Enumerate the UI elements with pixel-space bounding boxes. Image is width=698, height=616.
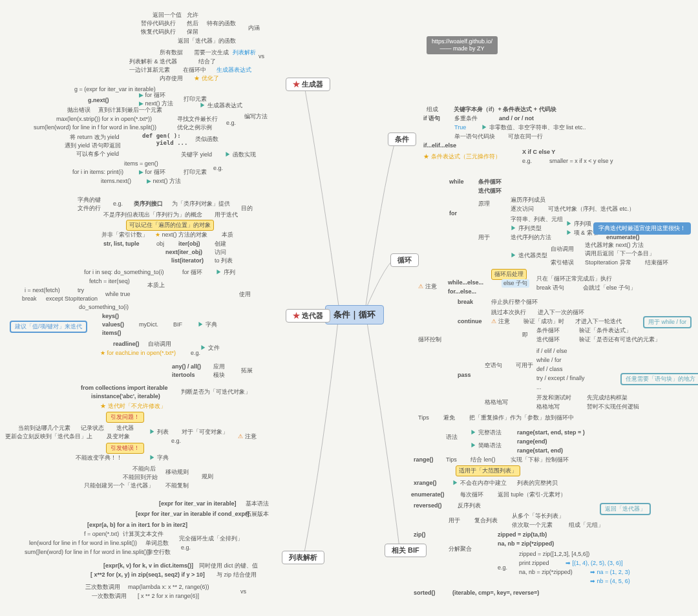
l-defclass: def / class bbox=[536, 366, 563, 373]
l-autocall: 自动调用 bbox=[551, 246, 574, 253]
it-problem: 引发问题！ bbox=[106, 412, 144, 423]
cat-bif[interactable]: 相关 BIF bbox=[385, 544, 427, 557]
c-sameline: 可放在同一行 bbox=[508, 133, 543, 140]
b-compseq: 复合列表 bbox=[474, 517, 498, 524]
it-use: 使用 bbox=[239, 291, 251, 298]
it-essence: 本质 bbox=[222, 231, 233, 239]
gen-eg: e.g. bbox=[226, 120, 236, 127]
credit-box: https://woaielf.github.io/—— made by ZY bbox=[427, 36, 498, 54]
lc-lenword: len(word for line in f for word in line.… bbox=[29, 540, 137, 547]
b-byidx: 依次取一个元素 bbox=[512, 522, 553, 529]
it-purpose: 目的 bbox=[241, 205, 253, 212]
gen-defgen: def gen( ): yield ... bbox=[142, 133, 187, 147]
b-rangefull: range(start, end, step = ) bbox=[517, 429, 585, 436]
gen-gnext: g.next() bbox=[88, 97, 109, 104]
gen-itemsnext: items.next() bbox=[101, 178, 131, 185]
b-zip: zip() bbox=[414, 531, 426, 538]
l-note: ⚠ 注意 bbox=[418, 283, 437, 290]
gen-findmax: 寻找文件最长行 bbox=[177, 116, 218, 123]
l-continue: continue bbox=[458, 318, 482, 325]
l-verifyiter: 验证「是否还有可迭代的元素」 bbox=[579, 336, 661, 343]
gen-genexprn: ▶ 生成器表达式 bbox=[200, 102, 242, 109]
it-itertools: itertools bbox=[172, 372, 195, 379]
it-bif: BIF bbox=[173, 321, 182, 328]
it-recommend: 建议「值/项/键对」来迭代 bbox=[10, 321, 87, 333]
it-types: str, list, tuple bbox=[103, 240, 140, 248]
l-arbcode: 任意需要「语句块」的地方 bbox=[620, 373, 698, 385]
it-note: ⚠ 注意 bbox=[238, 433, 257, 440]
l-deferr: 暂时不实现任何逻辑 bbox=[587, 403, 639, 410]
lc-zipuse: 与 zip 结合使用 bbox=[217, 571, 257, 579]
cat-listcomp[interactable]: 列表解析 bbox=[282, 551, 324, 564]
it-dict: ▶ 字典 bbox=[198, 321, 217, 328]
gen-printel: 打印元素 bbox=[184, 169, 207, 176]
gen-eg2: e.g. bbox=[213, 165, 223, 172]
l-byseq: ▶ 序列项 bbox=[566, 220, 591, 228]
l-reop: 把「重复操作」作为「参数」放到循环中 bbox=[469, 414, 574, 421]
it-recstate: 记录状态 bbox=[81, 425, 104, 432]
l-usedfor: 用于 bbox=[478, 234, 490, 241]
b-simple: ▶ 简略语法 bbox=[471, 442, 502, 449]
it-whiletrue: while true bbox=[105, 291, 131, 298]
l-iterable: 可迭代对象（序列、迭代器 etc.） bbox=[548, 206, 635, 213]
l-condloop2: 条件循环 bbox=[536, 327, 560, 334]
cat-condition[interactable]: 条件 bbox=[388, 133, 416, 146]
lc-sumword: sum([len(word) for line in f for word in… bbox=[25, 549, 151, 556]
gen-throw: 抛出错误 bbox=[67, 107, 90, 114]
b-zipab: zipped = zip(ta,tb) bbox=[498, 531, 547, 538]
lc-eg: e.g. bbox=[181, 544, 191, 551]
lc-cond: [expr for iter_var in iterable if cond_e… bbox=[136, 511, 249, 518]
it-obj: obj bbox=[156, 240, 164, 248]
cat-loop[interactable]: 循环 bbox=[390, 253, 419, 267]
lc-nonempty: 非空行数 bbox=[147, 549, 171, 556]
l-canuse: 可用于 bbox=[516, 362, 533, 369]
central-topic[interactable]: 条件｜循环 bbox=[325, 305, 384, 324]
c-ternary: ★ 条件表达式（三元操作符） bbox=[423, 153, 501, 160]
l-callret: 调用后返回「下一个条目」 bbox=[585, 250, 655, 257]
it-error: 引发错误！ bbox=[106, 443, 144, 454]
it-onlyone: 只能创建另一个「迭代器」 bbox=[84, 482, 154, 489]
b-nomem: ▶ 不会在内存中建立 bbox=[452, 480, 507, 487]
b-biglist: 适用于「大范围列表」 bbox=[456, 465, 520, 476]
gen-resume: 恢复代码执行 bbox=[141, 28, 176, 36]
l-condloop: 条件循环 bbox=[478, 178, 502, 186]
it-seq: ▶ 序列 bbox=[216, 269, 235, 276]
it-notseq: 不是序列但表现出「序列行为」的概念 bbox=[103, 211, 202, 218]
gen-sumlen: sum(len(word) for line in f for word in … bbox=[34, 124, 156, 131]
it-tolist: to 列表 bbox=[215, 257, 233, 264]
c-xify: X if C else Y bbox=[522, 149, 555, 156]
it-iterator: 迭代器 bbox=[116, 425, 134, 432]
it-list: ▶ 列表 bbox=[149, 429, 169, 436]
it-forloop: for 循环 bbox=[182, 269, 202, 276]
cat-generator[interactable]: ★ 生成器 bbox=[286, 78, 330, 91]
cat-iterator[interactable]: ★ 迭代器 bbox=[286, 309, 330, 323]
b-tips: Tips bbox=[446, 456, 457, 463]
l-fillstruct: 先完成结构框架 bbox=[587, 394, 628, 401]
it-fileline: 文件的行 bbox=[78, 205, 101, 212]
gen-genexpr: 生成器表达式 bbox=[217, 67, 251, 74]
gen-retlist: 返回「迭代器」的函数 bbox=[178, 37, 236, 45]
gen-parse: 列表解析 & 迭代器 bbox=[129, 58, 177, 65]
it-break: break bbox=[22, 295, 37, 303]
c-if: if 语句 bbox=[423, 115, 440, 122]
lc-nest: [expr(a, b) for a in iter1 for b in iter… bbox=[87, 522, 187, 529]
b-reversed: reversed() bbox=[414, 502, 442, 509]
b-rettuple: 返回 tuple（索引-元素对） bbox=[498, 491, 566, 498]
b-sortsig: (iterable, cmp=, key=, reverse=) bbox=[452, 589, 539, 597]
it-noidx: 并非「索引计数」 bbox=[101, 231, 148, 239]
gen-forloop: ▶ for 循环 bbox=[139, 92, 165, 99]
it-module: 模块 bbox=[213, 372, 225, 379]
lc-vs: vs bbox=[240, 588, 246, 595]
it-inext: i = next(fetch) bbox=[25, 287, 60, 294]
it-seehow: 当前到达哪几个元素 bbox=[18, 425, 70, 432]
b-eg: e.g. bbox=[498, 564, 507, 571]
b-frommany: 从多个「等长列表」 bbox=[512, 513, 564, 520]
c-multi: 多重条件 bbox=[454, 115, 478, 122]
it-nocopy: 不能复制 bbox=[165, 482, 189, 489]
gen-items: items = gen() bbox=[124, 160, 158, 167]
b-na: ➡ na = (1, 2, 3) bbox=[590, 569, 630, 576]
gen-tolast: 直到计算到最后一个元素 bbox=[98, 107, 162, 114]
l-pass: pass bbox=[458, 372, 471, 379]
it-isinst: isinstance('abc', iterable) bbox=[91, 393, 160, 400]
l-defer: 格格地写 bbox=[536, 403, 560, 410]
